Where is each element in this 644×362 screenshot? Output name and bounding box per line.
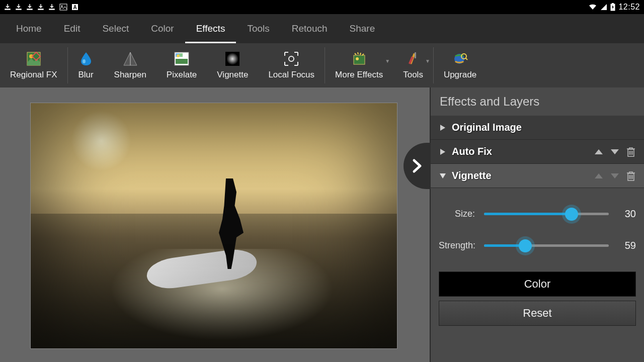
slider-thumb[interactable]: [519, 239, 532, 252]
blur-icon: [78, 51, 94, 67]
move-up-icon: [592, 169, 606, 183]
expand-icon[interactable]: [437, 148, 449, 156]
tool-label: Sharpen: [114, 70, 146, 80]
battery-icon: [610, 3, 615, 11]
status-left: A: [4, 4, 78, 11]
tools-icon: [405, 51, 421, 67]
tool-label: Pixelate: [167, 70, 197, 80]
tool-tools[interactable]: Tools ▼: [393, 43, 433, 87]
menu-bar: Home Edit Select Color Effects Tools Ret…: [0, 14, 644, 43]
svg-rect-20: [415, 52, 416, 58]
layer-label: Vignette: [449, 170, 590, 182]
svg-point-8: [83, 59, 86, 63]
status-right: 12:52: [588, 3, 640, 12]
download-icon: [37, 4, 44, 11]
move-up-icon[interactable]: [592, 145, 606, 159]
svg-point-1: [61, 6, 63, 7]
upgrade-icon: [452, 51, 468, 67]
color-button[interactable]: Color: [439, 272, 636, 297]
delete-icon[interactable]: [624, 145, 638, 159]
svg-point-15: [226, 53, 238, 65]
chevron-right-icon: [411, 158, 423, 173]
move-down-icon[interactable]: [608, 145, 622, 159]
size-value: 30: [614, 208, 636, 220]
tool-label: Local Focus: [268, 70, 314, 80]
menu-tools[interactable]: Tools: [236, 14, 280, 43]
main-area: Effects and Layers Original Image Auto F…: [0, 87, 644, 362]
download-icon: [48, 4, 55, 11]
size-slider-row: Size: 30: [439, 208, 636, 220]
chevron-down-icon: ▼: [425, 58, 430, 64]
edited-image[interactable]: [30, 103, 397, 349]
download-icon: [15, 4, 22, 11]
expand-icon[interactable]: [437, 124, 449, 132]
menu-effects[interactable]: Effects: [185, 14, 236, 43]
more-effects-icon: [351, 51, 367, 67]
tool-local-focus[interactable]: Local Focus: [258, 43, 325, 87]
tool-label: Vignette: [217, 70, 248, 80]
svg-rect-11: [179, 53, 183, 57]
tool-sharpen[interactable]: Sharpen: [104, 43, 156, 87]
tool-vignette[interactable]: Vignette: [207, 43, 258, 87]
reset-button[interactable]: Reset: [439, 301, 636, 326]
svg-text:A: A: [73, 5, 76, 10]
download-icon: [26, 4, 33, 11]
svg-rect-17: [354, 55, 365, 64]
layer-vignette[interactable]: Vignette: [431, 164, 644, 188]
menu-retouch[interactable]: Retouch: [281, 14, 339, 43]
collapse-icon[interactable]: [437, 172, 449, 179]
layer-label: Auto Fix: [449, 146, 590, 157]
layer-auto-fix[interactable]: Auto Fix: [431, 140, 644, 164]
svg-rect-0: [60, 4, 67, 10]
tool-label: Upgrade: [444, 70, 476, 80]
vignette-controls: Size: 30 Strength: 59: [431, 188, 644, 335]
toolbar: Regional FX Blur Sharpen Pixelate Vignet…: [0, 43, 644, 87]
layer-label: Original Image: [449, 122, 638, 133]
menu-share[interactable]: Share: [339, 14, 386, 43]
strength-slider[interactable]: [479, 244, 614, 247]
tool-label: Regional FX: [10, 70, 57, 80]
tool-upgrade[interactable]: Upgrade: [434, 43, 487, 87]
delete-icon[interactable]: [624, 169, 638, 183]
image-icon: [59, 4, 67, 11]
pixelate-icon: [174, 51, 190, 67]
size-slider[interactable]: [479, 213, 614, 215]
tool-more-effects[interactable]: More Effects ▼: [325, 43, 393, 87]
tool-blur[interactable]: Blur: [68, 43, 104, 87]
size-label: Size:: [439, 209, 479, 219]
effects-panel: Effects and Layers Original Image Auto F…: [430, 87, 644, 362]
local-focus-icon: [283, 51, 299, 67]
tool-pixelate[interactable]: Pixelate: [156, 43, 207, 87]
tool-label: Tools: [403, 70, 423, 80]
slider-thumb[interactable]: [565, 208, 578, 221]
svg-point-16: [289, 56, 294, 61]
download-icon: [4, 4, 11, 11]
sharpen-icon: [122, 51, 138, 67]
text-icon: A: [71, 4, 78, 11]
vignette-icon: [224, 51, 240, 67]
menu-select[interactable]: Select: [91, 14, 140, 43]
move-down-icon: [608, 169, 622, 183]
strength-slider-row: Strength: 59: [439, 240, 636, 251]
menu-color[interactable]: Color: [140, 14, 185, 43]
strength-value: 59: [614, 240, 636, 251]
regional-fx-icon: [26, 51, 42, 67]
panel-title: Effects and Layers: [431, 87, 644, 116]
layer-original-image[interactable]: Original Image: [431, 116, 644, 140]
tool-regional-fx[interactable]: Regional FX: [0, 43, 67, 87]
svg-rect-5: [612, 3, 614, 4]
status-bar: A 12:52: [0, 0, 644, 14]
chevron-down-icon: ▼: [385, 58, 390, 64]
canvas-area: [0, 87, 430, 362]
tool-label: Blur: [78, 70, 93, 80]
signal-icon: [600, 4, 607, 11]
svg-rect-12: [176, 59, 188, 64]
menu-edit[interactable]: Edit: [53, 14, 92, 43]
menu-home[interactable]: Home: [5, 14, 53, 43]
svg-point-13: [177, 54, 180, 57]
wifi-icon: [588, 4, 597, 11]
svg-point-18: [356, 57, 359, 60]
tool-label: More Effects: [335, 70, 383, 80]
strength-label: Strength:: [439, 240, 479, 251]
status-clock: 12:52: [618, 3, 640, 12]
